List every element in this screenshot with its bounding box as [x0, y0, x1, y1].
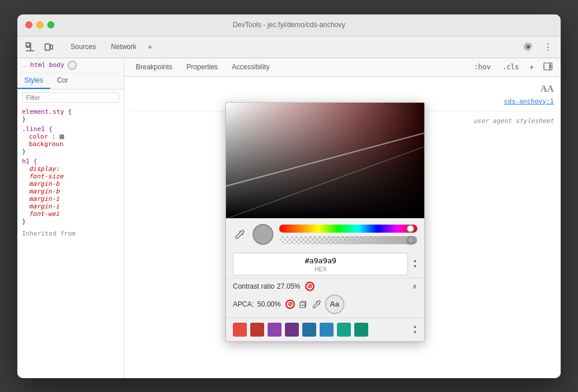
swatch-3[interactable]	[285, 323, 299, 337]
hex-format-arrows[interactable]: ▲ ▼	[413, 258, 417, 269]
toggle-sidebar-icon[interactable]	[540, 61, 556, 74]
toolbar-icon-group	[22, 39, 57, 55]
selector-element-style: element.sty	[22, 108, 64, 115]
device-icon[interactable]	[40, 39, 57, 55]
hex-input-wrapper: HEX	[233, 253, 408, 275]
eyedropper-button[interactable]	[233, 227, 247, 241]
hex-label: HEX	[314, 266, 327, 275]
property-margin-block-end: margin-b	[22, 188, 119, 195]
apca-label: APCA:	[233, 300, 254, 308]
svg-line-10	[550, 66, 551, 68]
traffic-lights	[25, 21, 54, 28]
rule-line1: .line1 { color : backgroun }	[22, 125, 119, 155]
hex-up-arrow[interactable]: ▲	[413, 258, 417, 264]
settings-icon[interactable]	[520, 39, 536, 55]
add-rule-button[interactable]: +	[526, 61, 538, 73]
color-controls	[226, 218, 424, 251]
apca-copy-icon[interactable]	[297, 298, 309, 310]
contrast-value: 27.05%	[277, 282, 301, 290]
title-bar: DevTools - jec.fyi/demo/cds-anchovy	[17, 14, 561, 36]
cls-button[interactable]: .cls	[498, 62, 524, 72]
alpha-thumb[interactable]	[407, 236, 415, 244]
svg-rect-5	[50, 45, 53, 49]
hex-input[interactable]	[234, 253, 407, 266]
swatch-7[interactable]	[354, 323, 368, 337]
minimize-button[interactable]	[36, 21, 43, 28]
property-color: color :	[22, 133, 119, 140]
swatch-4[interactable]	[302, 323, 316, 337]
tab-sources[interactable]: Sources	[64, 40, 103, 53]
color-preview-circle	[253, 224, 273, 245]
alpha-slider[interactable]	[279, 236, 417, 244]
color-gradient-picker[interactable]	[226, 103, 425, 218]
selector-h1: h1 {	[22, 158, 38, 165]
selector-line1: .line1 {	[22, 125, 53, 133]
right-tools: :hov .cls +	[469, 58, 556, 76]
apca-aa-badge[interactable]: Aa	[325, 294, 344, 314]
inspect-icon[interactable]	[22, 39, 38, 55]
inherited-from-label: Inherited from	[22, 227, 119, 240]
swatch-2[interactable]	[268, 323, 281, 337]
contrast-label: Contrast ratio	[233, 282, 275, 290]
apca-eyedropper-icon[interactable]	[311, 298, 323, 310]
right-tabs: Breakpoints Properties Accessibility :ho…	[124, 58, 561, 77]
property-margin-inline-start: margin-i	[22, 195, 119, 203]
property-margin-inline-end: margin-i	[22, 203, 119, 210]
apca-value: 50.00%	[257, 300, 281, 308]
left-panel: ... html body Styles Cor element.sty {	[17, 58, 124, 378]
contrast-toggle[interactable]: ∧	[412, 282, 417, 290]
more-options-icon[interactable]: ⋮	[540, 39, 556, 55]
tab-network[interactable]: Network	[104, 40, 143, 53]
styles-content: element.sty { } .line1 { color : backgro…	[17, 106, 124, 378]
tab-breakpoints[interactable]: Breakpoints	[129, 58, 179, 76]
swatches-up-arrow[interactable]: ▲	[413, 324, 417, 330]
devtools-toolbar: Sources Network » ⋮	[17, 36, 561, 58]
breadcrumb-dots: ...	[22, 62, 27, 68]
color-swatch-color[interactable]	[60, 135, 64, 139]
svg-rect-7	[544, 63, 552, 70]
ua-stylesheet-label: user agent stylesheet	[473, 116, 554, 126]
hex-down-arrow[interactable]: ▼	[413, 264, 417, 270]
color-picker: HEX ▲ ▼ Contrast ratio 27.05% ⊘	[225, 102, 425, 342]
breadcrumb-html-tag[interactable]: html	[30, 61, 46, 69]
source-link[interactable]: cds-anchovy:1	[504, 96, 554, 106]
hue-slider[interactable]	[279, 225, 417, 233]
window-title: DevTools - jec.fyi/demo/cds-anchovy	[233, 21, 346, 29]
toolbar-right: ⋮	[520, 39, 556, 55]
contrast-row: Contrast ratio 27.05% ⊘ ∧	[233, 282, 417, 291]
swatch-6[interactable]	[337, 323, 351, 337]
main-content: ... html body Styles Cor element.sty {	[17, 58, 561, 378]
swatch-0[interactable]	[233, 323, 247, 337]
more-tabs-button[interactable]: »	[144, 40, 155, 53]
swatches-scroll-arrows[interactable]: ▲ ▼	[413, 324, 417, 335]
close-button[interactable]	[25, 21, 32, 28]
tab-styles[interactable]: Styles	[17, 73, 50, 89]
property-font-size: font-size	[22, 173, 119, 180]
swatch-1[interactable]	[250, 323, 264, 337]
property-display: display:	[22, 165, 119, 173]
tab-computed[interactable]: Cor	[50, 73, 75, 89]
apca-row: APCA: 50.00% ⊘	[233, 294, 417, 314]
swatches-down-arrow[interactable]: ▼	[413, 330, 417, 335]
breadcrumb-indicator	[68, 61, 77, 70]
svg-rect-0	[26, 43, 29, 46]
styles-tabs: Styles Cor	[17, 73, 124, 89]
filter-bar	[17, 89, 124, 106]
contrast-fail-icon: ⊘	[305, 282, 314, 291]
breadcrumb-body-tag[interactable]: body	[49, 61, 65, 69]
tab-properties[interactable]: Properties	[179, 58, 225, 76]
apca-icons: ⊘	[286, 294, 344, 314]
hov-button[interactable]: :hov	[469, 62, 495, 72]
filter-input[interactable]	[22, 92, 119, 103]
font-size-label: AA	[540, 84, 554, 94]
hue-thumb[interactable]	[406, 225, 414, 233]
color-swatches: ▲ ▼	[226, 318, 424, 341]
swatch-5[interactable]	[320, 323, 334, 337]
apca-fail-icon: ⊘	[286, 300, 295, 309]
rule-element-style: element.sty { }	[22, 108, 119, 123]
tab-accessibility[interactable]: Accessibility	[225, 58, 276, 76]
content-wrapper: HEX ▲ ▼ Contrast ratio 27.05% ⊘	[124, 58, 561, 378]
property-background: backgroun	[22, 140, 119, 148]
maximize-button[interactable]	[47, 21, 54, 28]
contrast-info: Contrast ratio 27.05% ⊘	[233, 282, 314, 291]
